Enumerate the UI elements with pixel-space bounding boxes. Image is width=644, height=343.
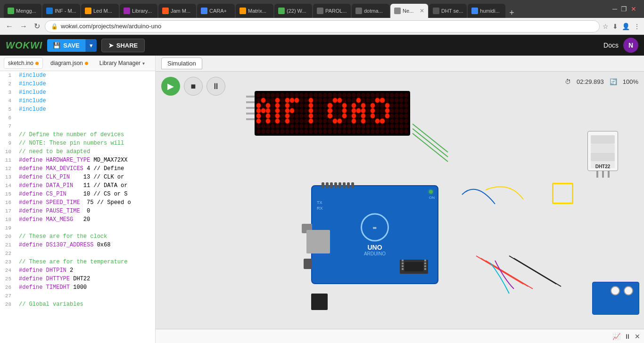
browser-tab-t7[interactable]: Matrix... [236, 4, 273, 18]
forward-button[interactable]: → [18, 21, 29, 32]
code-line: 20// These are for the clock [0, 232, 155, 241]
led-dot [371, 93, 375, 98]
led-dot [304, 98, 308, 103]
line-content: // need to be adapted [15, 147, 155, 156]
led-dot [385, 124, 389, 129]
user-avatar[interactable]: N [623, 38, 638, 53]
led-dot [347, 114, 351, 118]
led-dot [309, 108, 313, 113]
led-dot [385, 108, 389, 113]
code-line: 18#define MAX_MESG 20 [0, 215, 155, 224]
library-manager-label: Library Manager [99, 60, 140, 66]
led-dot [375, 108, 380, 113]
led-dot [366, 108, 370, 113]
browser-tab-t5[interactable]: Jam M... [158, 4, 196, 18]
browser-tab-t2[interactable]: INF - M... [42, 4, 80, 18]
browser-tab-t9[interactable]: PAROL... [313, 4, 351, 18]
chart-button[interactable]: 📈 [612, 333, 620, 340]
led-dot [390, 103, 394, 108]
tab-simulation[interactable]: Simulation [161, 57, 202, 69]
bookmark-icon[interactable]: ☆ [603, 23, 609, 30]
tab-diagram-json[interactable]: diagram.json [47, 58, 92, 68]
led-dot [304, 93, 308, 98]
library-manager-button[interactable]: Library Manager ▾ [96, 58, 149, 68]
browser-tab-t1[interactable]: Mengg... [4, 4, 41, 18]
tab-label: Led M... [93, 8, 115, 14]
led-dot [375, 98, 380, 103]
led-dot [280, 108, 284, 113]
led-dot [380, 103, 384, 108]
led-dot [318, 119, 322, 123]
browser-tab-t3[interactable]: Led M... [81, 4, 119, 18]
new-tab-button[interactable]: + [506, 8, 517, 18]
browser-tab-t6[interactable]: CARA+ [197, 4, 235, 18]
led-dot [395, 124, 399, 129]
code-line: 16#define SPEED_TIME 75 // Speed o [0, 198, 155, 207]
menu-icon[interactable]: ⋮ [634, 23, 640, 30]
save-dropdown-button[interactable]: ▾ [85, 39, 97, 52]
led-dot [309, 98, 313, 103]
profile-icon[interactable]: 👤 [622, 23, 630, 30]
led-dot [404, 103, 408, 108]
docs-link[interactable]: Docs [603, 41, 619, 49]
led-dot [309, 93, 313, 98]
circuit-area: ∞ UNO ARDUINO ON [156, 77, 644, 329]
led-dot [309, 114, 313, 118]
led-dot [338, 98, 342, 103]
line-number: 28 [0, 300, 15, 309]
led-dot [280, 98, 284, 103]
code-line: 27 [0, 292, 155, 300]
tab-sketch-ino[interactable]: sketch.ino [4, 57, 43, 69]
browser-tab-t8[interactable]: (22) W... [274, 4, 312, 18]
tab-close-icon[interactable]: ✕ [420, 8, 424, 14]
maximize-icon[interactable]: ❐ [621, 5, 627, 13]
led-dot [290, 124, 294, 129]
window-controls: ─ ❐ ✕ [609, 5, 640, 13]
line-number: 5 [0, 105, 15, 114]
led-dot [318, 108, 322, 113]
line-number: 23 [0, 258, 15, 266]
save-button[interactable]: 💾 SAVE [47, 39, 85, 52]
led-dot [399, 114, 404, 118]
line-content [15, 114, 155, 122]
tab-label: Mengg... [16, 8, 38, 14]
led-dot [309, 129, 313, 134]
minimize-icon[interactable]: ─ [612, 5, 617, 13]
url-bar[interactable]: 🔒 wokwi.com/projects/new/arduino-uno [45, 20, 600, 33]
download-icon[interactable]: ⬇ [612, 23, 618, 30]
led-dot [256, 108, 261, 113]
pause-button[interactable]: ⏸ [206, 77, 225, 96]
play-button[interactable]: ▶ [161, 77, 180, 96]
led-dot [371, 98, 375, 103]
browser-tab-t12[interactable]: DHT se... [429, 4, 467, 18]
led-dot [352, 98, 356, 103]
back-button[interactable]: ← [4, 21, 15, 32]
circuit-pause-button[interactable]: ⏸ [624, 333, 631, 340]
led-dot [375, 124, 380, 129]
led-dot [395, 93, 399, 98]
reload-button[interactable]: ↻ [32, 21, 42, 32]
browser-tab-t13[interactable]: humidi... [468, 4, 505, 18]
line-content: #define PAUSE_TIME 0 [15, 207, 155, 215]
browser-tab-t11[interactable]: Ne... ✕ [390, 4, 428, 18]
led-dot [333, 129, 337, 134]
code-line: 10// need to be adapted [0, 147, 155, 156]
line-number: 25 [0, 275, 15, 283]
led-dot [366, 129, 370, 134]
code-editor[interactable]: 1#include 2#include 3#include 4#include … [0, 71, 155, 343]
browser-tab-t10[interactable]: dotma... [352, 4, 389, 18]
line-number: 12 [0, 164, 15, 173]
share-button[interactable]: ➤ SHARE [101, 39, 145, 52]
left-panel: sketch.ino diagram.json Library Manager … [0, 56, 156, 343]
led-dot [356, 103, 361, 108]
stop-button[interactable]: ■ [184, 77, 203, 96]
browser-tab-t4[interactable]: Library... [120, 4, 157, 18]
close-icon[interactable]: ✕ [631, 5, 636, 13]
led-dot [275, 108, 280, 113]
led-dot [352, 124, 356, 129]
circuit-close-button[interactable]: ✕ [635, 333, 640, 340]
line-number: 19 [0, 224, 15, 232]
led-dot [328, 108, 332, 113]
code-line: 11#define HARDWARE_TYPE MD_MAX72XX [0, 156, 155, 164]
led-dot [261, 108, 265, 113]
